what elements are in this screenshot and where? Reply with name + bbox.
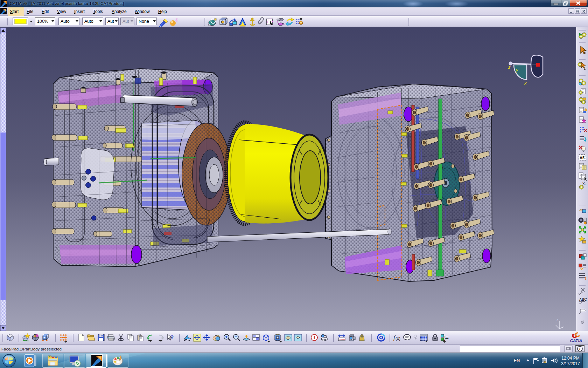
svg-text:?: ? (170, 334, 174, 340)
svg-text:Xn: Xn (582, 182, 586, 186)
svg-text:CATIA: CATIA (570, 339, 582, 343)
svg-text:}=: }= (444, 335, 449, 341)
svg-text:ABC: ABC (579, 298, 587, 301)
svg-text:z: z (508, 64, 511, 70)
svg-text:z: z (556, 318, 558, 322)
svg-text:A5: A5 (580, 156, 584, 160)
svg-text:x: x (524, 81, 527, 86)
svg-text:(x): (x) (396, 336, 400, 341)
